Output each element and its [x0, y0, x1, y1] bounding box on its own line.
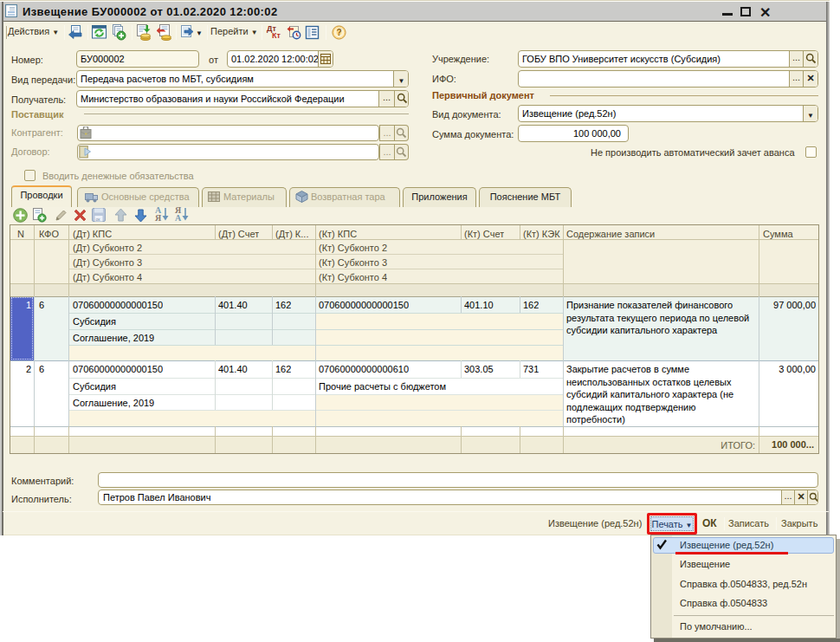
svg-text:?: ? [337, 28, 342, 37]
svg-text:ок: ок [96, 217, 101, 222]
